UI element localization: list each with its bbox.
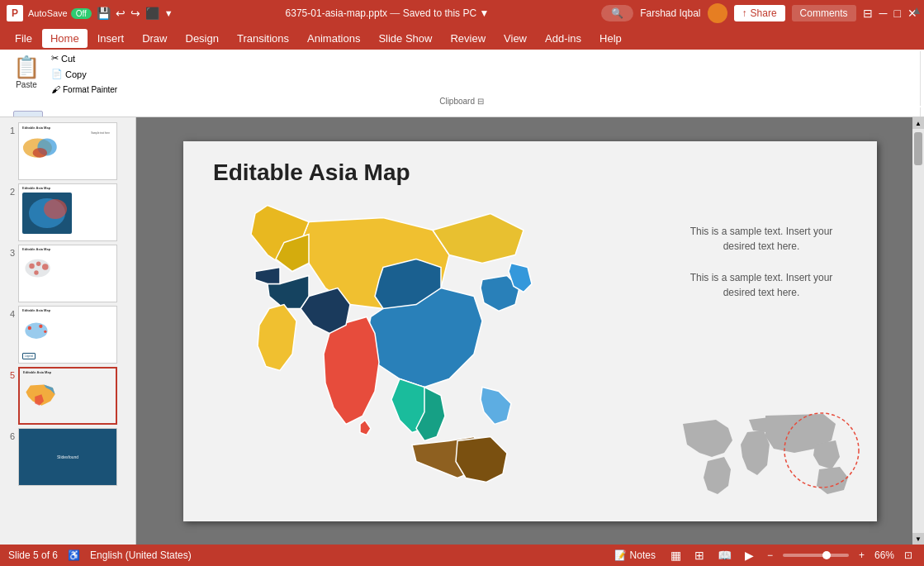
status-right: 📝 Notes ▦ ⊞ 📖 ▶ − + 66% ⊡ <box>609 547 916 564</box>
autosave-toggle[interactable]: AutoSave Off <box>28 8 92 19</box>
clipboard-label: Clipboard ⊟ <box>7 96 917 106</box>
svg-point-12 <box>39 325 42 328</box>
sample-text-1: This is a sample text. Insert your desir… <box>679 224 844 254</box>
filename: 6375-01-asia-map.pptx <box>286 7 387 19</box>
undo-button[interactable]: ↩ <box>116 7 126 20</box>
zoom-slider[interactable] <box>783 554 849 557</box>
paste-button[interactable]: 📋 Paste <box>7 51 46 96</box>
normal-view-button[interactable]: ▦ <box>667 547 685 564</box>
new-slide-button[interactable]: + NewSlide ▼ <box>7 107 50 117</box>
menu-item-transitions[interactable]: Transitions <box>229 29 297 48</box>
new-slide-icon: + <box>13 111 43 117</box>
menu-item-insert[interactable]: Insert <box>89 29 133 48</box>
canvas-vscroll[interactable]: ▲ ▼ <box>912 117 924 545</box>
ribbon: 📋 Paste ✂ Cut 📄 Copy 🖌 Format Painter Cl… <box>0 50 924 117</box>
canvas-area: ▲ ▼ Editable Asia Map <box>136 117 924 545</box>
slide-title: Editable Asia Map <box>213 159 410 186</box>
svg-point-13 <box>44 331 46 333</box>
slide-thumbnail-6[interactable]: 6 Slidesfound <box>3 428 132 486</box>
slide-sorter-button[interactable]: ⊞ <box>691 547 708 564</box>
notes-button[interactable]: 📝 Notes <box>609 548 661 563</box>
main-area: 1 Editable Asia Map Sample text here 2 <box>0 117 924 545</box>
menu-item-help[interactable]: Help <box>591 29 630 48</box>
share-button[interactable]: ↑ Share <box>734 5 785 21</box>
title-bar-right: 🔍 Farshad Iqbal ↑ Share Comments ⊟ ─ □ ✕ <box>601 3 917 23</box>
cut-icon: ✂ <box>51 53 59 64</box>
format-painter-icon: 🖌 <box>51 84 60 94</box>
menu-bar: File Home Insert Draw Design Transitions… <box>0 26 924 50</box>
slide-thumbnail-2[interactable]: 2 Editable Asia Map <box>3 183 132 241</box>
menu-item-slideshow[interactable]: Slide Show <box>370 29 440 48</box>
menu-item-review[interactable]: Review <box>442 29 494 48</box>
slide-thumbnail-1[interactable]: 1 Editable Asia Map Sample text here <box>3 122 132 180</box>
menu-item-view[interactable]: View <box>495 29 535 48</box>
fit-slide-button[interactable]: ⊡ <box>901 548 916 563</box>
app-icon: P <box>7 5 23 21</box>
svg-point-11 <box>28 326 31 330</box>
user-name: Farshad Iqbal <box>640 7 700 19</box>
slide-text-area: This is a sample text. Insert your desir… <box>679 224 844 300</box>
save-status: Saved to this PC <box>403 7 476 19</box>
menu-item-home[interactable]: Home <box>42 29 88 48</box>
user-avatar[interactable] <box>708 3 727 23</box>
minimize-button[interactable]: ─ <box>879 7 888 20</box>
zoom-in-button[interactable]: + <box>855 548 868 563</box>
menu-item-addins[interactable]: Add-ins <box>537 29 590 48</box>
svg-point-4 <box>44 199 67 219</box>
svg-point-10 <box>25 322 47 339</box>
redo-button[interactable]: ↪ <box>130 7 140 20</box>
presentation-mode-button[interactable]: ⬛ <box>145 7 159 20</box>
world-map-area <box>675 407 869 507</box>
scroll-thumb[interactable] <box>914 132 922 165</box>
scroll-down-arrow[interactable]: ▼ <box>912 533 924 545</box>
title-bar-center: 6375-01-asia-map.pptx — Saved to this PC… <box>286 7 490 19</box>
title-bar-left: P AutoSave Off 💾 ↩ ↪ ⬛ ▼ <box>7 5 173 21</box>
slideshow-button[interactable]: ▶ <box>742 547 757 564</box>
copy-icon: 📄 <box>51 69 63 79</box>
language: English (United States) <box>90 549 192 561</box>
clipboard-group: 📋 Paste ✂ Cut 📄 Copy 🖌 Format Painter Cl… <box>3 51 921 106</box>
reading-view-button[interactable]: 📖 <box>714 547 735 564</box>
slide-thumbnail-4[interactable]: 4 Editable Asia Map Legend <box>3 306 132 364</box>
notes-icon: 📝 <box>614 549 627 561</box>
ribbon-collapse-button[interactable]: ⊟ <box>863 7 873 20</box>
menu-item-file[interactable]: File <box>7 29 40 48</box>
save-button[interactable]: 💾 <box>97 7 111 20</box>
slide-thumbnail-5[interactable]: 5 Editable Asia Map <box>3 367 132 425</box>
format-painter-button[interactable]: 🖌 Format Painter <box>48 83 121 96</box>
copy-button[interactable]: 📄 Copy <box>48 67 121 81</box>
scroll-up-arrow[interactable]: ▲ <box>912 117 924 129</box>
status-bar: Slide 5 of 6 ♿ English (United States) 📝… <box>0 545 924 566</box>
search-box[interactable]: 🔍 <box>601 5 633 21</box>
paste-icon: 📋 <box>13 55 40 80</box>
slide-canvas[interactable]: Editable Asia Map <box>183 141 877 521</box>
customize-qat-button[interactable]: ▼ <box>164 8 173 18</box>
status-left: Slide 5 of 6 ♿ English (United States) <box>8 549 192 561</box>
share-icon: ↑ <box>742 7 747 19</box>
zoom-level: 66% <box>874 549 894 561</box>
zoom-out-button[interactable]: − <box>764 548 776 563</box>
menu-item-draw[interactable]: Draw <box>134 29 175 48</box>
accessibility-icon[interactable]: ♿ <box>68 549 80 561</box>
sample-text-2: This is a sample text. Insert your desir… <box>679 270 844 300</box>
search-icon: 🔍 <box>611 7 623 19</box>
maximize-button[interactable]: □ <box>894 7 901 20</box>
svg-point-9 <box>25 259 50 278</box>
slides-group: + NewSlide ▼ Layout ▼ Reset Section ▼ Sl… <box>3 107 921 117</box>
svg-point-2 <box>33 148 48 158</box>
asia-map-container[interactable] <box>201 187 573 505</box>
slide-panel: 1 Editable Asia Map Sample text here 2 <box>0 117 136 545</box>
title-bar: P AutoSave Off 💾 ↩ ↪ ⬛ ▼ 6375-01-asia-ma… <box>0 0 924 26</box>
comments-button[interactable]: Comments <box>792 5 856 21</box>
cut-button[interactable]: ✂ Cut <box>48 51 121 65</box>
menu-item-animations[interactable]: Animations <box>299 29 368 48</box>
slide-thumbnail-3[interactable]: 3 Editable Asia Map <box>3 245 132 302</box>
menu-item-design[interactable]: Design <box>178 29 227 48</box>
slide-count: Slide 5 of 6 <box>8 549 58 561</box>
